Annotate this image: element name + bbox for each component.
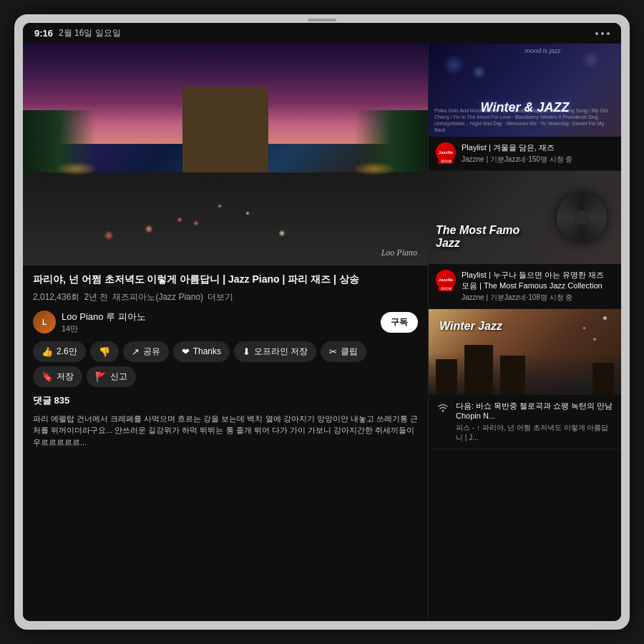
channel-subs: 14만 bbox=[62, 323, 146, 334]
sidebar-text-3: 다음: 바쇼 목반중 첼로곡과 쇼팽 녹턴의 만남 Chopin N... 피스… bbox=[456, 401, 614, 444]
save-label: 저장 bbox=[57, 371, 74, 383]
status-date: 2월 16일 일요일 bbox=[59, 27, 121, 39]
download-label: 오프라인 저장 bbox=[254, 346, 308, 358]
arc-de-triomphe bbox=[182, 87, 268, 180]
famous-jazz-thumb: The Most FamoJazz bbox=[429, 171, 621, 264]
more-link[interactable]: 더보기 bbox=[208, 291, 233, 303]
comments-section: 댓글 835 파리 에펠탑 건너에서 크레페를 사먹으며 흐르는 강을 보는데 … bbox=[33, 394, 418, 449]
sidebar-title-3: 다음: 바쇼 목반중 첼로곡과 쇼팽 녹턴의 만남 Chopin N... bbox=[456, 401, 614, 421]
sidebar-meta-2: JazzNe 라이브 Playlist | 누구나 들으면 아는 유명한 재즈 … bbox=[429, 264, 621, 308]
car-light-1 bbox=[177, 217, 182, 223]
subscribe-button[interactable]: 구독 bbox=[381, 312, 418, 333]
clip-label: 클립 bbox=[341, 346, 358, 358]
report-icon: 🚩 bbox=[95, 371, 107, 382]
jazzne-badge-1: JazzNe 라이브 bbox=[436, 142, 456, 162]
channel-row: L Loo Piano 루 피아노 14만 구독 bbox=[33, 311, 418, 334]
sidebar-item-winter-jazz[interactable]: mood is jazz Winter & JAZZ Polka Dots An… bbox=[429, 44, 621, 171]
channel-link[interactable]: 재즈피아노(Jazz Piano) bbox=[112, 291, 203, 303]
winter-jazz2-title: Winter Jazz bbox=[439, 320, 502, 333]
sidebar-text-1: Playlist | 겨울을 담은, 재즈 Jazzne | 기분Jazz네·1… bbox=[462, 142, 614, 165]
comments-count: 댓글 835 bbox=[33, 394, 418, 407]
svg-point-0 bbox=[442, 409, 444, 411]
vinyl-record bbox=[557, 192, 607, 243]
share-button[interactable]: ↗ 공유 bbox=[123, 341, 169, 362]
download-icon: ⬇ bbox=[243, 346, 250, 357]
arc-top bbox=[182, 87, 268, 101]
building-4 bbox=[592, 363, 614, 395]
street-glow-right bbox=[353, 162, 396, 176]
device-frame: 9:16 2월 16일 일요일 bbox=[14, 14, 630, 630]
sidebar-title-2: Playlist | 누구나 들으면 아는 유명한 재즈 모음 | The Mo… bbox=[462, 270, 614, 291]
car-light-2 bbox=[193, 220, 199, 226]
share-label: 공유 bbox=[143, 346, 160, 358]
age: 2년 전 bbox=[84, 291, 108, 303]
like-button[interactable]: 👍 2.6만 bbox=[33, 341, 86, 362]
car-light-5 bbox=[104, 230, 114, 240]
report-button[interactable]: 🚩 신고 bbox=[87, 366, 136, 387]
report-label: 신고 bbox=[110, 371, 127, 383]
sidebar-title-1: Playlist | 겨울을 담은, 재즈 bbox=[462, 142, 614, 152]
sidebar-text-2: Playlist | 누구나 들으면 아는 유명한 재즈 모음 | The Mo… bbox=[462, 270, 614, 303]
wireless-icon bbox=[436, 401, 450, 415]
street-glow-left bbox=[55, 162, 98, 176]
dislike-button[interactable]: 👎 bbox=[90, 341, 119, 362]
video-section: Loo Piano 파리야, 넌 어쩜 초저녁도 이렇게 아름답니 | Jazz… bbox=[23, 44, 428, 621]
road bbox=[23, 172, 428, 265]
winter-jazz2-thumb: Winter Jazz bbox=[429, 309, 621, 395]
snow-3 bbox=[593, 338, 596, 341]
bokeh-3 bbox=[582, 51, 600, 69]
main-video-thumbnail[interactable]: Loo Piano bbox=[23, 44, 428, 265]
download-button[interactable]: ⬇ 오프라인 저장 bbox=[234, 341, 316, 362]
share-icon: ↗ bbox=[132, 346, 140, 357]
comment-text: 파리 에펠탑 건너에서 크레페를 사먹으며 흐르는 강을 보는데 벽치 열에 강… bbox=[33, 413, 418, 449]
car-light-7 bbox=[218, 204, 222, 208]
view-count: 2,012,436회 bbox=[33, 291, 79, 303]
clip-icon: ✂ bbox=[329, 346, 337, 357]
like-count: 2.6만 bbox=[57, 346, 77, 358]
save-icon: 🔖 bbox=[42, 371, 53, 382]
jazzne-text-1: JazzNe bbox=[439, 150, 453, 155]
building-3 bbox=[500, 356, 525, 395]
winter-jazz-thumb: mood is jazz Winter & JAZZ Polka Dots An… bbox=[429, 44, 621, 137]
live-badge-2: 라이브 bbox=[439, 286, 454, 291]
sidebar: mood is jazz Winter & JAZZ Polka Dots An… bbox=[428, 44, 621, 621]
live-badge-1: 라이브 bbox=[439, 158, 454, 164]
thanks-icon: ❤ bbox=[182, 346, 190, 357]
dot-1 bbox=[595, 32, 598, 35]
video-watermark: Loo Piano bbox=[381, 248, 417, 258]
snow-1 bbox=[603, 316, 607, 320]
clip-button[interactable]: ✂ 클립 bbox=[321, 341, 366, 362]
sidebar-item-winter-jazz2[interactable]: Winter Jazz bbox=[429, 309, 621, 450]
vinyl-center bbox=[575, 210, 589, 225]
sidebar-sub-1: Jazzne | 기분Jazz네·150명 시청 중 bbox=[462, 155, 614, 165]
video-info: 파리야, 넌 어쩜 초저녁도 이렇게 아름답니 | Jazz Piano | 파… bbox=[23, 265, 428, 621]
jazzne-badge-2: JazzNe 라이브 bbox=[436, 270, 456, 290]
bokeh-1 bbox=[443, 54, 464, 76]
sidebar-sub-3: 피스 - ↑ 파리야, 넌 어쩜 초저녁도 이렇게 아름답니 | J... bbox=[456, 423, 614, 443]
car-light-4 bbox=[245, 211, 250, 215]
bokeh-2 bbox=[472, 65, 486, 79]
thanks-button[interactable]: ❤ Thanks bbox=[173, 341, 230, 362]
car-light-6 bbox=[278, 230, 286, 237]
jazzne-text-2: JazzNe bbox=[439, 278, 453, 282]
video-meta: 2,012,436회 2년 전 재즈피아노(Jazz Piano) 더보기 bbox=[33, 291, 418, 303]
sidebar-item-famous-jazz[interactable]: The Most FamoJazz JazzNe 라이브 Playlist | … bbox=[429, 171, 621, 309]
channel-info: L Loo Piano 루 피아노 14만 bbox=[33, 311, 146, 334]
save-button[interactable]: 🔖 저장 bbox=[33, 366, 82, 387]
main-content: Loo Piano 파리야, 넌 어쩜 초저녁도 이렇게 아름답니 | Jazz… bbox=[23, 44, 621, 621]
dot-2 bbox=[601, 32, 604, 35]
channel-name[interactable]: Loo Piano 루 피아노 bbox=[62, 311, 146, 323]
status-left: 9:16 2월 16일 일요일 bbox=[34, 27, 121, 39]
winter-jazz-tracks: Polka Dots And Moonbeams · It's · Could … bbox=[434, 107, 615, 133]
dot-3 bbox=[607, 32, 610, 35]
thanks-label: Thanks bbox=[193, 346, 221, 356]
snow-2 bbox=[583, 327, 585, 329]
sidebar-meta-3: 다음: 바쇼 목반중 첼로곡과 쇼팽 녹턴의 만남 Chopin N... 피스… bbox=[429, 395, 621, 449]
building-2 bbox=[464, 345, 493, 395]
channel-avatar[interactable]: L bbox=[33, 311, 56, 333]
arc-arch bbox=[206, 108, 245, 151]
like-icon: 👍 bbox=[42, 346, 53, 357]
sidebar-sub-2: Jazzne | 기분Jazz네·108명 시청 중 bbox=[462, 293, 614, 303]
mood-text: mood is jazz bbox=[525, 47, 561, 54]
action-buttons: 👍 2.6만 👎 ↗ 공유 ❤ Thanks bbox=[33, 341, 418, 387]
